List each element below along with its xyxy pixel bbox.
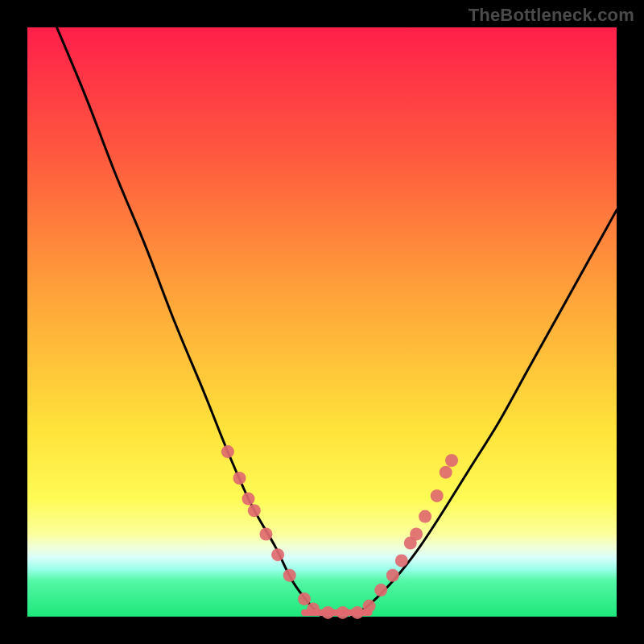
marker-point: [419, 510, 431, 523]
watermark-text: TheBottleneck.com: [469, 5, 634, 26]
series-right-curve: [352, 210, 617, 617]
marker-point: [395, 554, 408, 567]
marker-point: [221, 445, 234, 458]
marker-point: [440, 466, 452, 479]
marker-point: [271, 548, 284, 561]
marker-point: [351, 606, 364, 619]
marker-point: [242, 493, 255, 506]
marker-point: [336, 606, 349, 619]
marker-point: [445, 454, 458, 467]
outer-frame: TheBottleneck.com: [0, 0, 644, 644]
marker-point: [307, 602, 320, 615]
marker-point: [321, 606, 334, 619]
marker-point: [431, 489, 444, 502]
marker-point: [386, 569, 399, 582]
marker-point: [363, 600, 376, 613]
marker-point: [248, 504, 261, 517]
plot-area: [27, 27, 617, 617]
series-left-curve: [57, 27, 322, 617]
marker-point: [298, 592, 311, 605]
marker-point: [283, 569, 296, 582]
marker-point: [233, 472, 246, 485]
marker-point: [410, 528, 423, 541]
chart-svg: [27, 27, 617, 617]
marker-point: [259, 528, 272, 541]
marker-point: [374, 584, 387, 597]
